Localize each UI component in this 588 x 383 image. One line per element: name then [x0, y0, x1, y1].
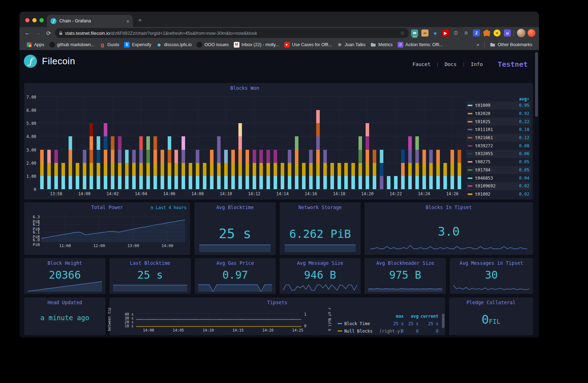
share-extension-icon[interactable]: <	[493, 29, 501, 37]
bar-segment	[139, 136, 143, 149]
legend-item-t08275[interactable]: t082750.05	[466, 158, 531, 166]
browser-tab[interactable]: ƒ Chain - Grafana ×	[47, 15, 133, 27]
chart-legend: avg▾ t010090.95t020200.92t010250.22t0111…	[466, 97, 531, 198]
stat-value: 6.262 PiB	[280, 227, 361, 241]
bookmark-gmail[interactable]: MInbox (22) - molly...	[231, 42, 282, 48]
u-extension-icon[interactable]: u	[504, 29, 511, 37]
bookmark-apps[interactable]: Apps	[24, 42, 47, 48]
timerange-label[interactable]: ◷ Last 4 hours	[151, 205, 187, 210]
panel-title: Block Height	[24, 260, 106, 266]
x-tick-label: 11:00	[58, 244, 72, 248]
legend-item-t02020[interactable]: t020200.92	[466, 110, 531, 118]
bar-segment	[401, 176, 405, 189]
bar-segment	[76, 163, 79, 176]
legend-item-t032055[interactable]: t0320550.06	[466, 150, 531, 158]
bar-segment	[90, 123, 93, 136]
bookmarks-divider	[484, 42, 485, 48]
bar-segment	[295, 176, 298, 189]
stat-value: a minute ago	[24, 314, 106, 322]
bar-segment	[451, 176, 454, 189]
bookmark-list[interactable]: ☰Action Items: Offi...	[395, 42, 445, 48]
legend-item-t011101[interactable]: t0111010.18	[466, 126, 531, 134]
bookmark-gusto[interactable]: gGusto	[97, 42, 122, 48]
url-bar[interactable]: stats.testnet.filecoin.io/d/z6FtI92Zz/ch…	[55, 28, 409, 38]
new-tab-button[interactable]: +	[138, 17, 142, 24]
bookmark-star-icon[interactable]: ☆	[400, 30, 405, 36]
right-y-tick-label: 1	[304, 312, 311, 316]
bar-segment	[387, 176, 390, 189]
bar-segment	[288, 163, 291, 176]
window-controls[interactable]	[25, 18, 44, 22]
legend-scrollbar[interactable]	[442, 314, 444, 328]
bookmark-github[interactable]: OOO issues	[194, 42, 231, 48]
legend-item-t01025[interactable]: t010250.22	[466, 117, 531, 126]
legend-item-t01002[interactable]: t010020.02	[466, 190, 531, 198]
bar-segment	[224, 150, 228, 163]
user-avatar[interactable]	[517, 29, 525, 37]
other-bookmarks-button[interactable]: Other Bookmarks	[487, 42, 535, 48]
legend-item-t01784[interactable]: t017840.05	[466, 166, 531, 174]
z-extension-icon[interactable]: Z	[473, 29, 480, 37]
x-tick-label: 14:06	[161, 191, 178, 196]
nav-link-docs[interactable]: Docs	[444, 61, 457, 67]
maximize-window-button[interactable]	[39, 18, 44, 22]
bar-segment	[415, 136, 419, 149]
gem-extension-icon[interactable]: ◆	[432, 29, 439, 37]
nav-separator: |	[462, 62, 465, 67]
legend-item-t039272[interactable]: t0392720.08	[466, 142, 531, 150]
bar-segment	[97, 163, 100, 176]
x-tick-label: 14:18	[330, 191, 347, 196]
bar-segment	[182, 150, 185, 163]
github-icon	[196, 42, 202, 48]
reload-icon[interactable]: ⟳	[44, 30, 53, 37]
minimize-window-button[interactable]	[32, 18, 37, 22]
youtube-extension-icon[interactable]: ▶	[442, 29, 449, 37]
bookmarks-overflow-chevron[interactable]: »	[475, 42, 481, 47]
bookmark-youtube[interactable]: ▶Use Cases for Offl...	[282, 42, 334, 48]
legend-item-t01009[interactable]: t010090.95	[466, 102, 531, 110]
bar-segment	[373, 176, 376, 189]
bar-segment	[111, 176, 114, 189]
bookmark-expensify[interactable]: EExpensify	[122, 42, 153, 48]
bookmark-folder[interactable]: Metrics	[368, 42, 395, 48]
legend-row-null-blocks[interactable]: Null Blocks (right-y) 0 0 0	[338, 327, 441, 335]
page-scrollbar[interactable]	[535, 52, 538, 117]
legend-row-block-time[interactable]: Block Time 25 s 25 s 25 s	[338, 320, 441, 327]
legend-item-t046853[interactable]: t0468530.04	[466, 174, 531, 182]
legend-avg-header[interactable]: avg▾	[466, 97, 531, 102]
panel-block-height: Block Height 20366	[24, 258, 106, 294]
bookmark-globe[interactable]: ⊕Juan Talks	[334, 42, 368, 48]
bar-segment	[97, 150, 100, 163]
bar-segment	[90, 163, 93, 176]
info-extension-icon[interactable]: ⓘ	[452, 29, 459, 37]
robot-extension-icon[interactable]: ••	[421, 29, 428, 37]
y-tick-label: 1.00	[24, 174, 36, 179]
d-extension-icon[interactable]: D	[463, 29, 470, 37]
bookmark-github[interactable]: github markdown...	[47, 42, 97, 48]
legend-item-t021661[interactable]: t0216610.12	[466, 134, 531, 142]
panel-title: Head Updated	[24, 300, 106, 305]
profile-icon[interactable]	[528, 29, 535, 37]
x-tick-label: 14:20	[261, 328, 275, 332]
bar-segment	[436, 163, 440, 176]
stat-value: 20366	[24, 269, 106, 281]
metamask-extension-icon[interactable]	[483, 29, 490, 37]
bookmark-ipfs[interactable]: ◆discuss.ipfs.io	[154, 42, 194, 48]
bar-segment	[344, 176, 348, 189]
close-window-button[interactable]	[25, 18, 29, 22]
legend-item-t0109692[interactable]: t01096920.02	[466, 182, 531, 190]
tipsets-legend: max avg current Block Time 25 s 25 s 25 …	[338, 312, 441, 335]
series-swatch	[338, 330, 342, 332]
forward-icon[interactable]: →	[34, 30, 42, 36]
bar-segment	[366, 136, 369, 149]
bar-segment	[401, 150, 405, 163]
url-text[interactable]: stats.testnet.filecoin.io/d/z6FtI92Zz/ch…	[65, 31, 397, 36]
close-tab-icon[interactable]: ×	[126, 18, 129, 24]
bar-segment	[323, 176, 327, 189]
bar-segment	[246, 176, 249, 189]
nav-link-info[interactable]: Info	[471, 61, 483, 67]
nav-link-faucet[interactable]: Faucet	[412, 61, 431, 67]
mail-extension-icon[interactable]: ✉213	[411, 29, 418, 37]
back-icon[interactable]: ←	[23, 30, 32, 36]
bar-segment	[274, 150, 277, 163]
